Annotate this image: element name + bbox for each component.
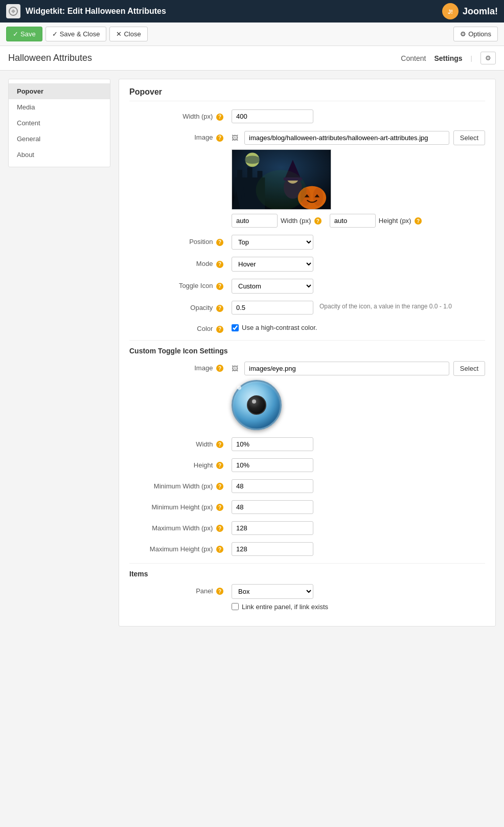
custom-width-row: Width ?	[129, 437, 485, 451]
width-help-icon[interactable]: ?	[216, 114, 223, 121]
opacity-field: Opacity of the icon, a value in the rang…	[232, 301, 485, 315]
image-width-help-icon[interactable]: ?	[314, 217, 322, 225]
image-select-button[interactable]: Select	[453, 130, 485, 145]
image-input-group: 🖼 Select	[232, 130, 485, 145]
image-row: Image ? 🖼 Select	[129, 130, 485, 228]
min-width-label: Minimum Width (px) ?	[129, 479, 232, 490]
image-height-input[interactable]	[330, 214, 376, 228]
min-width-input[interactable]	[232, 479, 313, 493]
mode-label: Mode ?	[129, 257, 232, 268]
halloween-image-preview	[232, 149, 485, 210]
content-tab[interactable]: Content	[401, 54, 426, 62]
custom-width-help-icon[interactable]: ?	[216, 441, 223, 448]
width-field	[232, 109, 485, 123]
panel-select[interactable]: Box Card Block	[232, 584, 313, 599]
color-checkbox-label: Use a high-contrast color.	[242, 324, 317, 331]
svg-rect-7	[237, 170, 242, 180]
opacity-input[interactable]	[232, 301, 313, 315]
joomla-logo: J! Joomla!	[441, 2, 498, 20]
mode-row: Mode ? Hover Click	[129, 257, 485, 272]
max-height-help-icon[interactable]: ?	[216, 546, 223, 553]
custom-image-path-input[interactable]	[244, 362, 449, 375]
sidebar-item-media[interactable]: Media	[9, 99, 110, 115]
image-height-help-icon[interactable]: ?	[415, 217, 422, 225]
opacity-help-text: Opacity of the icon, a value in the rang…	[319, 303, 452, 310]
link-panel-checkbox[interactable]	[232, 603, 239, 610]
eye-preview-box	[232, 380, 282, 430]
options-button[interactable]: ⚙ Options	[453, 27, 498, 41]
link-panel-label: Link entire panel, if link exists	[242, 603, 328, 611]
custom-width-input[interactable]	[232, 437, 313, 451]
custom-width-label: Width ?	[129, 437, 232, 449]
save-close-icon: ✓	[52, 30, 58, 38]
auto-fields: Width (px) ? Height (px) ?	[232, 214, 485, 228]
sidebar-item-general[interactable]: General	[9, 131, 110, 147]
eye-image-preview	[232, 380, 485, 430]
image-path-input[interactable]	[244, 131, 449, 145]
image-width-field: Width (px) ?	[232, 214, 322, 228]
main-content: Popover Media Content General About Popo…	[0, 71, 504, 643]
custom-height-row: Height ?	[129, 458, 485, 472]
image-field: 🖼 Select	[232, 130, 485, 228]
opacity-label: Opacity ?	[129, 301, 232, 312]
image-height-field: Height (px) ?	[330, 214, 422, 228]
opacity-row: Opacity ? Opacity of the icon, a value i…	[129, 301, 485, 315]
mode-help-icon[interactable]: ?	[216, 261, 223, 268]
custom-image-field: 🖼 Select	[232, 361, 485, 430]
panel-help-icon[interactable]: ?	[216, 588, 223, 595]
image-file-icon: 🖼	[232, 134, 238, 142]
custom-image-help-icon[interactable]: ?	[216, 365, 223, 372]
custom-image-select-button[interactable]: Select	[453, 361, 485, 376]
max-width-help-icon[interactable]: ?	[216, 525, 223, 532]
toggle-icon-row: Toggle Icon ? Custom None Default	[129, 279, 485, 294]
custom-section-title: Custom Toggle Icon Settings	[129, 340, 485, 355]
toggle-icon-help-icon[interactable]: ?	[216, 283, 223, 290]
min-width-help-icon[interactable]: ?	[216, 483, 223, 490]
close-button[interactable]: ✕ Close	[109, 27, 147, 41]
custom-image-row: Image ? 🖼 Select	[129, 361, 485, 430]
title-bar: Halloween Attributes Content Settings | …	[0, 46, 504, 71]
position-select[interactable]: Top Bottom Left Right	[232, 235, 313, 250]
min-height-field	[232, 500, 485, 514]
sidebar-item-about[interactable]: About	[9, 147, 110, 163]
link-panel-row: Link entire panel, if link exists	[232, 603, 485, 611]
max-width-input[interactable]	[232, 521, 313, 535]
image-help-icon[interactable]: ?	[216, 135, 223, 142]
sidebar-item-popover[interactable]: Popover	[9, 83, 110, 99]
custom-height-input[interactable]	[232, 458, 313, 472]
save-label: Save	[20, 30, 36, 38]
custom-height-help-icon[interactable]: ?	[216, 462, 223, 469]
max-width-row: Maximum Width (px) ?	[129, 521, 485, 535]
settings-tab[interactable]: Settings	[434, 54, 462, 62]
color-row: Color ? Use a high-contrast color.	[129, 322, 485, 333]
max-width-label: Maximum Width (px) ?	[129, 521, 232, 532]
opacity-help-icon[interactable]: ?	[216, 305, 223, 312]
min-height-help-icon[interactable]: ?	[216, 504, 223, 511]
page-title: Halloween Attributes	[8, 53, 92, 63]
save-close-button[interactable]: ✓ Save & Close	[45, 27, 107, 41]
min-height-label: Minimum Height (px) ?	[129, 500, 232, 511]
save-close-label: Save & Close	[60, 30, 100, 38]
save-button[interactable]: ✓ Save	[6, 27, 42, 41]
eye-pupil	[247, 395, 266, 415]
custom-image-input-group: 🖼 Select	[232, 361, 485, 376]
image-width-input[interactable]	[232, 214, 278, 228]
sidebar-item-content[interactable]: Content	[9, 115, 110, 131]
min-height-input[interactable]	[232, 500, 313, 514]
halloween-preview-box	[232, 149, 331, 210]
svg-point-21	[256, 170, 307, 210]
position-label: Position ?	[129, 235, 232, 246]
toggle-icon-select[interactable]: Custom None Default	[232, 279, 313, 294]
popover-panel-title: Popover	[129, 87, 485, 101]
mode-select[interactable]: Hover Click	[232, 257, 313, 272]
sidebar-item-content-label: Content	[17, 119, 40, 127]
max-height-input[interactable]	[232, 542, 313, 556]
settings-gear-button[interactable]: ⚙	[480, 52, 496, 64]
svg-point-5	[244, 155, 261, 164]
width-input[interactable]	[232, 109, 313, 123]
color-checkbox-row: Use a high-contrast color.	[232, 324, 485, 331]
joomla-label: Joomla!	[463, 6, 498, 17]
position-help-icon[interactable]: ?	[216, 239, 223, 246]
color-checkbox[interactable]	[232, 324, 239, 331]
color-help-icon[interactable]: ?	[216, 326, 223, 333]
